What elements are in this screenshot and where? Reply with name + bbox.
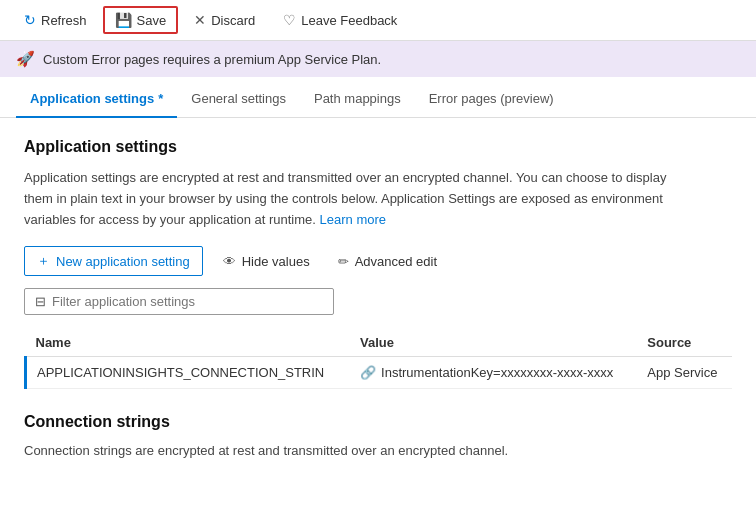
- section-title: Application settings: [24, 138, 732, 156]
- tab-bar: Application settings * General settings …: [0, 81, 756, 118]
- new-application-setting-button[interactable]: ＋ New application setting: [24, 246, 203, 276]
- main-content: Application settings Application setting…: [0, 118, 756, 482]
- save-label: Save: [137, 13, 167, 28]
- cell-name: APPLICATIONINSIGHTS_CONNECTION_STRIN: [26, 357, 351, 389]
- connection-strings-section: Connection strings Connection strings ar…: [24, 413, 732, 462]
- learn-more-link[interactable]: Learn more: [320, 212, 386, 227]
- filter-row: ⊟: [24, 288, 732, 315]
- cell-value: 🔗 InstrumentationKey=xxxxxxxx-xxxx-xxxx: [350, 357, 637, 389]
- description-block: Application settings are encrypted at re…: [24, 168, 732, 230]
- save-icon: 💾: [115, 12, 132, 28]
- settings-table: Name Value Source APPLICATIONINSIGHTS_CO…: [24, 329, 732, 389]
- tab-path-label: Path mappings: [314, 91, 401, 106]
- cell-value-text: InstrumentationKey=xxxxxxxx-xxxx-xxxx: [381, 365, 613, 380]
- link-icon: 🔗: [360, 365, 376, 380]
- hide-values-label: Hide values: [242, 254, 310, 269]
- col-source-header: Source: [637, 329, 732, 357]
- edit-icon: ✏: [338, 254, 349, 269]
- heart-icon: ♡: [283, 12, 296, 28]
- filter-icon: ⊟: [35, 294, 46, 309]
- tab-app-settings-label: Application settings: [30, 91, 154, 106]
- banner-text: Custom Error pages requires a premium Ap…: [43, 52, 381, 67]
- desc-line2: them in plain text in your browser by us…: [24, 191, 663, 206]
- premium-banner: 🚀 Custom Error pages requires a premium …: [0, 41, 756, 77]
- feedback-label: Leave Feedback: [301, 13, 397, 28]
- save-button[interactable]: 💾 Save: [103, 6, 179, 34]
- tab-path-mappings[interactable]: Path mappings: [300, 81, 415, 118]
- col-value-header: Value: [350, 329, 637, 357]
- conn-title: Connection strings: [24, 413, 732, 431]
- desc-line1: Application settings are encrypted at re…: [24, 170, 666, 185]
- actions-row: ＋ New application setting 👁 Hide values …: [24, 246, 732, 276]
- table-header-row: Name Value Source: [26, 329, 733, 357]
- refresh-button[interactable]: ↻ Refresh: [12, 6, 99, 34]
- plus-icon: ＋: [37, 252, 50, 270]
- desc-line3: variables for access by your application…: [24, 212, 316, 227]
- advanced-edit-button[interactable]: ✏ Advanced edit: [330, 249, 445, 274]
- tab-application-settings[interactable]: Application settings *: [16, 81, 177, 118]
- tab-general-label: General settings: [191, 91, 286, 106]
- tab-error-label: Error pages (preview): [429, 91, 554, 106]
- discard-icon: ✕: [194, 12, 206, 28]
- rocket-icon: 🚀: [16, 50, 35, 68]
- conn-desc: Connection strings are encrypted at rest…: [24, 441, 732, 462]
- table-row[interactable]: APPLICATIONINSIGHTS_CONNECTION_STRIN 🔗 I…: [26, 357, 733, 389]
- advanced-edit-label: Advanced edit: [355, 254, 437, 269]
- discard-label: Discard: [211, 13, 255, 28]
- filter-input-wrap: ⊟: [24, 288, 334, 315]
- tab-asterisk: *: [158, 91, 163, 106]
- refresh-icon: ↻: [24, 12, 36, 28]
- toolbar: ↻ Refresh 💾 Save ✕ Discard ♡ Leave Feedb…: [0, 0, 756, 41]
- col-name-header: Name: [26, 329, 351, 357]
- filter-input[interactable]: [52, 294, 323, 309]
- feedback-button[interactable]: ♡ Leave Feedback: [271, 6, 409, 34]
- eye-icon: 👁: [223, 254, 236, 269]
- tab-error-pages[interactable]: Error pages (preview): [415, 81, 568, 118]
- cell-source: App Service: [637, 357, 732, 389]
- discard-button[interactable]: ✕ Discard: [182, 6, 267, 34]
- refresh-label: Refresh: [41, 13, 87, 28]
- tab-general-settings[interactable]: General settings: [177, 81, 300, 118]
- hide-values-button[interactable]: 👁 Hide values: [215, 249, 318, 274]
- new-setting-label: New application setting: [56, 254, 190, 269]
